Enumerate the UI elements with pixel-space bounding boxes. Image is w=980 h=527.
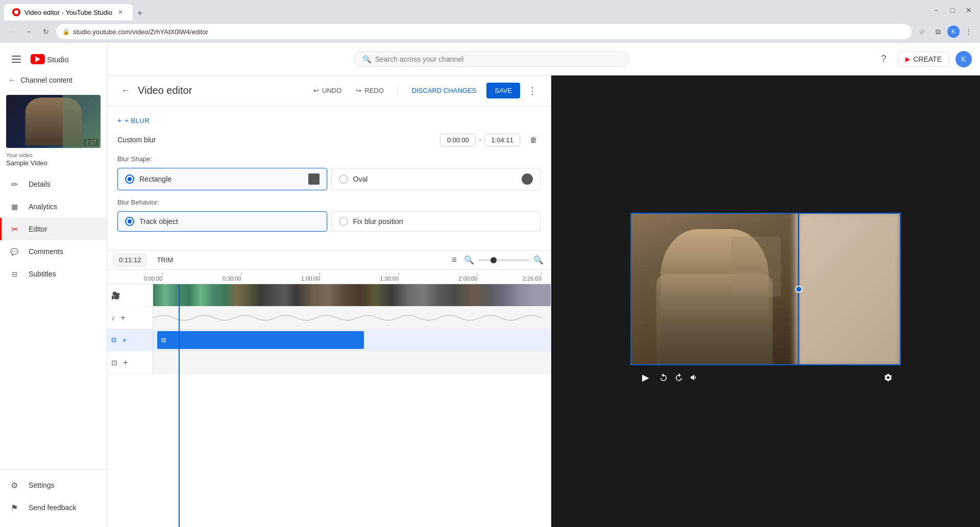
new-tab-button[interactable]: + <box>133 6 147 20</box>
sidebar-item-editor[interactable]: ✂ Editor <box>0 218 107 240</box>
ruler-label-1: 0:30:00 <box>223 275 241 282</box>
ruler-label-3: 1:30:00 <box>380 275 399 282</box>
fix-radio[interactable] <box>339 217 348 226</box>
blur-boundary-handle[interactable] <box>798 214 799 364</box>
video-track-row: 🎥 <box>107 284 551 307</box>
rewind-icon <box>659 373 668 382</box>
user-avatar[interactable]: K <box>955 51 972 67</box>
forward-button[interactable] <box>674 373 683 382</box>
timeline: 0:11:12 TRIM ≡ 🔍 🔍 <box>107 250 551 527</box>
ruler-mark-0: 0:00:00 <box>153 272 172 282</box>
drag-handle-icon: ≡ <box>451 255 457 265</box>
blur-clip[interactable]: ⧉ <box>157 331 364 349</box>
editor-title: Video editor <box>138 85 192 96</box>
redo-icon: ↪ <box>356 87 361 94</box>
zoom-thumb <box>491 257 497 263</box>
zoom-slider[interactable] <box>478 259 529 261</box>
back-button[interactable]: ← <box>4 24 18 39</box>
blur-track-icon: ⧉ <box>111 336 116 344</box>
add-subtitles-button[interactable]: + <box>120 358 131 368</box>
tab-title: Video editor - YouTube Studio <box>24 9 112 16</box>
zoom-out-button[interactable]: 🔍 <box>463 254 475 266</box>
close-button[interactable]: ✕ <box>962 3 976 17</box>
volume-button[interactable] <box>690 373 699 382</box>
help-icon: ? <box>881 54 886 64</box>
sidebar-item-settings[interactable]: ⚙ Settings <box>0 474 107 496</box>
address-bar[interactable]: 🔒 studio.youtube.com/video/ZrhYAtX0lW4/e… <box>56 24 912 39</box>
create-button[interactable]: ▶ CREATE <box>898 52 949 67</box>
blur-end-time[interactable] <box>484 134 520 146</box>
sidebar-header: Studio <box>0 47 107 71</box>
sidebar-item-subtitles[interactable]: ⊟ Subtitles <box>0 263 107 285</box>
help-button[interactable]: ? <box>875 51 892 67</box>
save-button[interactable]: SAVE <box>486 83 520 98</box>
add-audio-button[interactable]: + <box>118 313 128 323</box>
fix-label: Fix blur position <box>353 217 533 225</box>
editor-label: Editor <box>29 225 47 233</box>
channel-content-back[interactable]: ← Channel content <box>0 71 107 89</box>
hamburger-button[interactable] <box>8 51 24 67</box>
track-radio[interactable] <box>125 217 134 226</box>
rectangle-preview <box>308 173 320 185</box>
oval-radio[interactable] <box>339 174 348 184</box>
behavior-track-option[interactable]: Track object <box>117 211 327 232</box>
video-settings-button[interactable] <box>884 373 893 382</box>
behavior-fix-option[interactable]: Fix blur position <box>331 211 541 232</box>
thumbnail-image: 2:27 <box>6 95 101 148</box>
blur-shape-label: Blur Shape: <box>117 155 541 163</box>
video-thumbnail-container: 2:27 Your video Sample Video <box>0 89 107 173</box>
search-container: 🔍 <box>354 52 629 67</box>
rectangle-radio[interactable] <box>125 174 134 184</box>
play-button[interactable]: ▶ <box>639 370 653 385</box>
search-icon: 🔍 <box>362 55 371 63</box>
comments-icon: 💬 <box>8 245 20 258</box>
forward-button[interactable]: → <box>21 24 36 39</box>
video-name-label: Sample Video <box>6 159 101 167</box>
sidebar-bottom: ⚙ Settings ⚑ Send feedback <box>0 469 107 523</box>
settings-button[interactable]: ⋮ <box>962 24 976 39</box>
redo-button[interactable]: ↪ REDO <box>351 84 389 97</box>
your-video-label: Your video <box>6 152 101 158</box>
browser-chrome: Video editor - YouTube Studio ✕ + − □ ✕ <box>0 0 980 20</box>
youtube-logo[interactable]: Studio <box>31 54 69 64</box>
search-input[interactable] <box>375 55 621 63</box>
reload-button[interactable]: ↻ <box>39 24 53 39</box>
shape-oval-option[interactable]: Oval <box>331 168 541 190</box>
active-tab[interactable]: Video editor - YouTube Studio ✕ <box>4 4 133 20</box>
ruler-mark-4: 2:00:00 <box>468 272 487 282</box>
add-blur-button[interactable]: + + BLUR <box>117 116 541 124</box>
sidebar-item-feedback[interactable]: ⚑ Send feedback <box>0 496 107 519</box>
oval-preview <box>522 173 533 185</box>
star-button[interactable]: ☆ <box>915 24 929 39</box>
shape-rectangle-option[interactable]: Rectangle <box>117 168 327 190</box>
trim-button[interactable]: TRIM <box>153 254 177 266</box>
minimize-button[interactable]: − <box>929 3 943 17</box>
discard-button[interactable]: DISCARD CHANGES <box>406 84 482 97</box>
blur-behavior-options: Track object Fix blur position <box>117 211 541 232</box>
blur-start-time[interactable] <box>440 134 476 146</box>
user-profile-button[interactable]: K <box>947 26 960 38</box>
timeline-header: 0:11:12 TRIM ≡ 🔍 🔍 <box>107 250 551 270</box>
more-options-button[interactable]: ⋮ <box>524 83 541 99</box>
tab-close-button[interactable]: ✕ <box>116 8 125 16</box>
track-label: Track object <box>139 217 320 225</box>
extensions-button[interactable]: ⧉ <box>931 24 945 39</box>
sidebar-item-details[interactable]: ✏ Details <box>0 173 107 195</box>
rectangle-label: Rectangle <box>139 175 303 183</box>
blur-handle-dot[interactable] <box>795 286 802 293</box>
video-controls: ▶ <box>630 365 901 390</box>
blur-delete-button[interactable]: 🗑 <box>526 133 541 147</box>
undo-icon: ↩ <box>313 87 319 94</box>
video-scene-left <box>631 214 798 364</box>
video-container: ▶ <box>630 213 901 389</box>
maximize-button[interactable]: □ <box>945 3 960 17</box>
zoom-in-button[interactable]: 🔍 <box>532 254 545 266</box>
back-button[interactable]: ← <box>117 83 134 99</box>
rewind-button[interactable] <box>659 373 668 382</box>
redo-label: REDO <box>364 87 384 94</box>
sidebar-item-comments[interactable]: 💬 Comments <box>0 240 107 263</box>
video-thumbnail[interactable]: 2:27 <box>6 95 101 148</box>
undo-button[interactable]: ↩ UNDO <box>308 84 347 97</box>
sidebar-item-analytics[interactable]: ▦ Analytics <box>0 195 107 218</box>
add-blur-track-button[interactable]: + <box>119 335 130 345</box>
